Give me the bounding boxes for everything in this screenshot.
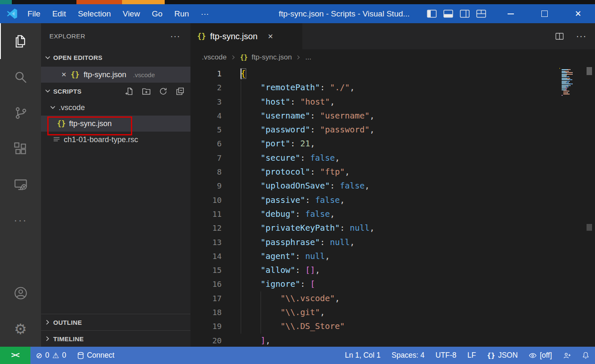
code-line[interactable]: 19 "\\.DS_Store" (190, 319, 595, 333)
refresh-icon[interactable] (159, 87, 168, 96)
menu-selection[interactable]: Selection (72, 4, 117, 23)
code-line[interactable]: 15 "allow": [], (190, 263, 595, 277)
customize-layout-icon[interactable] (476, 10, 486, 18)
menu-file[interactable]: File (22, 4, 46, 23)
account-icon[interactable] (0, 275, 41, 311)
menu-go[interactable]: Go (146, 4, 168, 23)
code-line[interactable]: 5 "password": "password", (190, 123, 595, 137)
tree-folder-vscode[interactable]: .vscode (41, 100, 190, 116)
new-file-icon[interactable] (125, 87, 134, 96)
remote-explorer-icon[interactable] (0, 167, 41, 202)
feedback-button[interactable] (557, 347, 576, 364)
code-line[interactable]: 2 "remotePath": "./", (190, 81, 595, 94)
menu-view[interactable]: View (117, 4, 146, 23)
section-scripts[interactable]: SCRIPTS (41, 83, 190, 100)
close-editor-icon[interactable]: ✕ (61, 71, 67, 78)
line-number[interactable]: 9 (190, 179, 222, 193)
breadcrumb-folder[interactable]: .vscode (202, 53, 227, 62)
toggle-sidebar-icon[interactable] (427, 10, 437, 18)
code-line[interactable]: 4 "username": "username", (190, 109, 595, 123)
code-token: "\\.vscode" (280, 294, 335, 303)
menu-more[interactable]: ··· (195, 4, 215, 23)
line-number[interactable]: 14 (190, 249, 222, 263)
line-number[interactable]: 10 (190, 193, 222, 207)
close-window-button[interactable]: ✕ (561, 4, 595, 23)
extensions-icon[interactable] (0, 131, 41, 167)
open-editor-item[interactable]: ✕ {} ftp-sync.json .vscode (41, 67, 190, 83)
code-line[interactable]: 7 "secure": false, (190, 151, 595, 165)
explorer-icon[interactable] (0, 23, 41, 59)
code-line[interactable]: 8 "protocol": "ftp", (190, 165, 595, 179)
close-tab-icon[interactable]: ✕ (268, 32, 273, 40)
toggle-panel-icon[interactable] (443, 10, 453, 18)
problems-indicator[interactable]: ⊘ 0 ⚠ 0 (30, 347, 72, 364)
code-line[interactable]: 10 "passive": false, (190, 193, 595, 207)
indentation-indicator[interactable]: Spaces: 4 (386, 347, 430, 364)
breadcrumb-symbol[interactable]: ... (305, 53, 311, 62)
line-number[interactable]: 5 (190, 123, 222, 137)
ftp-connect-button[interactable]: Connect (72, 347, 120, 364)
remote-indicator[interactable]: >< (0, 347, 30, 364)
scrollbar-decoration[interactable] (587, 224, 592, 231)
line-number[interactable]: 4 (190, 109, 222, 123)
line-number[interactable]: 20 (190, 334, 222, 347)
menu-edit[interactable]: Edit (46, 4, 72, 23)
code-token: null (350, 223, 369, 233)
settings-gear-icon[interactable]: ⚙ (0, 311, 41, 347)
line-number[interactable]: 13 (190, 235, 222, 249)
code-token: { (241, 69, 246, 78)
line-number[interactable]: 12 (190, 221, 222, 235)
cursor-position-indicator[interactable]: Ln 1, Col 1 (340, 347, 386, 364)
eol-indicator[interactable]: LF (462, 347, 481, 364)
code-line[interactable]: 1{ (190, 67, 595, 81)
line-number[interactable]: 15 (190, 263, 222, 277)
line-number[interactable]: 1 (190, 67, 222, 81)
section-open-editors[interactable]: OPEN EDITORS (41, 49, 190, 67)
more-views-icon[interactable]: ··· (0, 202, 41, 238)
eye-toggle[interactable]: [off] (523, 347, 557, 364)
minimap[interactable] (560, 68, 584, 97)
encoding-indicator[interactable]: UTF-8 (430, 347, 462, 364)
line-number[interactable]: 17 (190, 291, 222, 305)
editor-more-actions-icon[interactable]: ··· (576, 31, 587, 42)
line-number[interactable]: 6 (190, 137, 222, 151)
source-control-icon[interactable] (0, 95, 41, 131)
code-line[interactable]: 16 "ignore": [ (190, 277, 595, 291)
code-line[interactable]: 6 "port": 21, (190, 137, 595, 151)
code-line[interactable]: 12 "privateKeyPath": null, (190, 221, 595, 235)
search-icon[interactable] (0, 59, 41, 95)
code-area[interactable]: 1{2 "remotePath": "./",3 "host": "host",… (190, 65, 595, 347)
code-line[interactable]: 3 "host": "host", (190, 95, 595, 109)
language-mode-indicator[interactable]: {} JSON (481, 347, 523, 364)
notifications-bell[interactable] (576, 347, 595, 364)
line-number[interactable]: 2 (190, 81, 222, 94)
line-number[interactable]: 8 (190, 165, 222, 179)
code-line[interactable]: 13 "passphrase": null, (190, 235, 595, 249)
line-number[interactable]: 11 (190, 207, 222, 221)
line-number[interactable]: 18 (190, 305, 222, 319)
tab-ftp-sync-json[interactable]: {} ftp-sync.json ✕ (190, 23, 302, 49)
code-line[interactable]: 17 "\\.vscode", (190, 291, 595, 305)
section-timeline[interactable]: TIMELINE (41, 330, 190, 347)
code-line[interactable]: 18 "\\.git", (190, 305, 595, 319)
menu-run[interactable]: Run (168, 4, 195, 23)
collapse-all-icon[interactable] (176, 87, 185, 96)
new-folder-icon[interactable] (142, 87, 151, 96)
line-number[interactable]: 19 (190, 319, 222, 333)
explorer-more-actions-icon[interactable]: ··· (170, 31, 180, 41)
section-outline[interactable]: OUTLINE (41, 314, 190, 330)
scrollbar-decoration[interactable] (587, 67, 592, 75)
toggle-secondary-sidebar-icon[interactable] (460, 10, 470, 18)
breadcrumb-file[interactable]: ftp-sync.json (252, 53, 292, 62)
minimize-button[interactable] (494, 4, 527, 23)
code-line[interactable]: 14 "agent": null, (190, 249, 595, 263)
line-number[interactable]: 7 (190, 151, 222, 165)
code-line[interactable]: 9 "uploadOnSave": false, (190, 179, 595, 193)
code-lines[interactable]: 1{2 "remotePath": "./",3 "host": "host",… (190, 65, 595, 347)
code-line[interactable]: 20 ], (190, 334, 595, 347)
split-editor-icon[interactable] (555, 32, 564, 40)
code-line[interactable]: 11 "debug": false, (190, 207, 595, 221)
line-number[interactable]: 16 (190, 277, 222, 291)
maximize-button[interactable] (527, 4, 561, 23)
line-number[interactable]: 3 (190, 95, 222, 109)
